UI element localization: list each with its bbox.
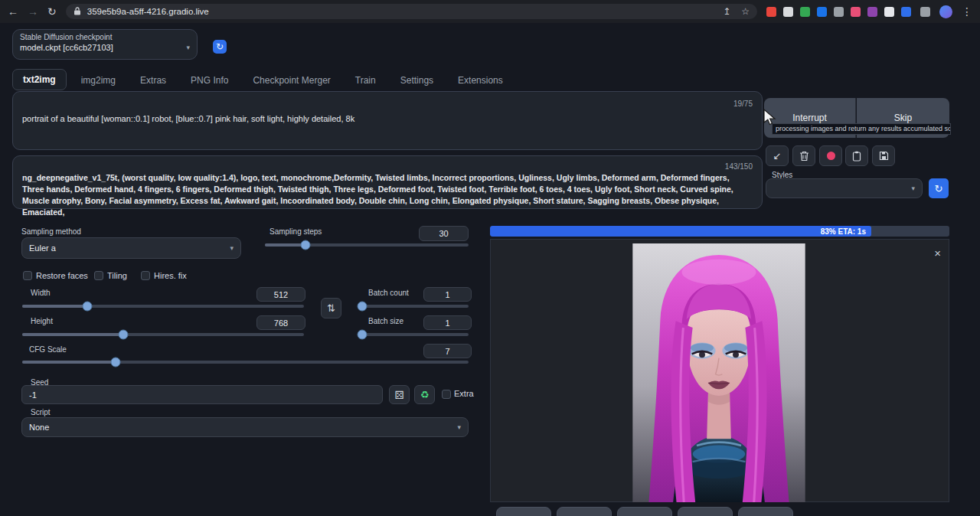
- browser-extension-icon[interactable]: [851, 7, 861, 17]
- restore-faces-label: Restore faces: [36, 271, 88, 280]
- browser-extension-icon[interactable]: [817, 7, 827, 17]
- interrupt-tooltip: processing images and return any results…: [772, 123, 951, 135]
- tab-img2img[interactable]: img2img: [71, 70, 126, 90]
- tab-txt2img[interactable]: txt2img: [12, 69, 67, 90]
- sampling-steps-label: Sampling steps: [270, 227, 322, 236]
- script-value: None: [29, 423, 49, 432]
- tab-checkpoint-merger[interactable]: Checkpoint Merger: [243, 70, 340, 90]
- checkpoint-label: Stable Diffusion checkpoint: [20, 33, 190, 41]
- batch-count-slider[interactable]: [360, 305, 469, 308]
- output-toolbar-button[interactable]: [678, 507, 733, 516]
- width-label: Width: [31, 289, 51, 297]
- generated-image[interactable]: [632, 243, 805, 502]
- chevron-down-icon: ▾: [186, 44, 190, 51]
- red-dot-icon: [827, 152, 835, 160]
- swap-dimensions-button[interactable]: ⇅: [321, 298, 341, 318]
- output-toolbar-button[interactable]: [617, 507, 672, 516]
- negative-token-counter: 143/150: [725, 162, 753, 171]
- reuse-seed-recycle-button[interactable]: ♻: [414, 385, 435, 404]
- close-preview-icon[interactable]: ×: [934, 247, 941, 259]
- browser-menu-icon[interactable]: ⋮: [962, 6, 972, 17]
- extension-icons: [766, 7, 911, 17]
- save-style-button[interactable]: [872, 145, 895, 166]
- sampling-method-value: Euler a: [29, 243, 56, 253]
- height-slider[interactable]: [22, 333, 304, 336]
- tiling-label: Tiling: [107, 271, 127, 280]
- random-seed-dice-button[interactable]: ⚄: [389, 385, 410, 404]
- tab-extensions[interactable]: Extensions: [448, 70, 513, 90]
- browser-extension-icon[interactable]: [800, 7, 810, 17]
- script-label: Script: [31, 408, 51, 416]
- prompt-textarea[interactable]: portrait of a beautiful [woman::0.1] rob…: [22, 114, 753, 123]
- sampling-steps-slider[interactable]: [265, 243, 469, 247]
- restore-faces-checkbox[interactable]: [23, 271, 32, 280]
- batch-size-slider[interactable]: [360, 333, 469, 336]
- negative-prompt-box: 143/150 ng_deepnegative_v1_75t, (worst q…: [12, 155, 763, 209]
- tiling-checkbox[interactable]: [94, 271, 103, 280]
- hires-fix-label: Hires. fix: [154, 271, 187, 280]
- sampling-steps-input[interactable]: 30: [419, 226, 469, 241]
- sampling-method-dropdown[interactable]: Euler a ▾: [21, 237, 241, 259]
- address-bar[interactable]: 359e5b9a-a5ff-4216.gradio.live ↥ ☆: [66, 4, 757, 19]
- lock-icon: [74, 5, 81, 18]
- cfg-scale-input[interactable]: 7: [423, 344, 472, 358]
- tab-train[interactable]: Train: [345, 70, 386, 90]
- forward-icon[interactable]: →: [28, 6, 38, 17]
- chevron-down-icon: ▾: [911, 185, 915, 192]
- cfg-scale-label: CFG Scale: [29, 345, 67, 354]
- seed-extra-label: Extra: [454, 389, 474, 398]
- styles-dropdown[interactable]: ▾: [766, 178, 923, 198]
- sampling-method-label: Sampling method: [21, 227, 81, 236]
- output-gallery: ×: [490, 239, 949, 502]
- height-input[interactable]: 768: [256, 315, 305, 330]
- seed-input[interactable]: -1: [21, 385, 383, 404]
- height-label: Height: [31, 317, 53, 325]
- extra-networks-button[interactable]: [819, 145, 842, 166]
- progress-fill: 83% ETA: 1s: [490, 226, 871, 237]
- tab-extras[interactable]: Extras: [130, 70, 176, 90]
- prompt-box: 19/75 portrait of a beautiful [woman::0.…: [12, 91, 763, 150]
- script-dropdown[interactable]: None ▾: [21, 417, 469, 437]
- extensions-puzzle-icon[interactable]: [920, 7, 930, 17]
- browser-extension-icon[interactable]: [884, 7, 894, 17]
- output-toolbar-button[interactable]: [557, 507, 612, 516]
- width-slider[interactable]: [22, 305, 304, 308]
- mouse-cursor: [760, 108, 779, 129]
- tab-settings[interactable]: Settings: [390, 70, 443, 90]
- negative-prompt-textarea[interactable]: ng_deepnegative_v1_75t, (worst quality, …: [22, 172, 753, 218]
- seed-extra-checkbox[interactable]: [442, 390, 451, 399]
- browser-extension-icon[interactable]: [867, 7, 877, 17]
- refresh-styles-button[interactable]: ↻: [929, 178, 949, 198]
- batch-size-label: Batch size: [368, 317, 403, 325]
- apply-styles-clipboard-button[interactable]: [845, 145, 868, 166]
- reload-icon[interactable]: ↻: [47, 6, 57, 17]
- browser-extension-icon[interactable]: [766, 7, 776, 17]
- batch-count-input[interactable]: 1: [423, 287, 472, 302]
- hires-fix-checkbox[interactable]: [141, 271, 150, 280]
- progress-text: 83% ETA: 1s: [821, 227, 866, 236]
- clear-prompt-trash-button[interactable]: [792, 145, 815, 166]
- batch-count-label: Batch count: [368, 289, 409, 297]
- browser-toolbar: ← → ↻ 359e5b9a-a5ff-4216.gradio.live ↥ ☆…: [0, 0, 980, 23]
- cfg-scale-slider[interactable]: [22, 361, 469, 364]
- prompt-token-counter: 19/75: [733, 100, 753, 108]
- paste-generation-params-button[interactable]: ↙: [766, 145, 789, 166]
- tab-png-info[interactable]: PNG Info: [181, 70, 238, 90]
- batch-size-input[interactable]: 1: [423, 315, 472, 330]
- main-tabs: txt2img img2img Extras PNG Info Checkpoi…: [12, 69, 513, 90]
- output-toolbar-button[interactable]: [496, 507, 551, 516]
- chevron-down-icon: ▾: [230, 244, 234, 252]
- output-toolbar-button[interactable]: [738, 507, 793, 516]
- profile-avatar[interactable]: [939, 5, 952, 18]
- browser-extension-icon[interactable]: [834, 7, 844, 17]
- progress-bar: 83% ETA: 1s: [490, 226, 949, 237]
- checkpoint-value: model.ckpt [cc6cb27103]: [20, 43, 113, 52]
- refresh-checkpoint-button[interactable]: ↻: [213, 40, 227, 54]
- bookmark-star-icon[interactable]: ☆: [741, 6, 750, 17]
- checkpoint-select[interactable]: Stable Diffusion checkpoint model.ckpt […: [12, 29, 198, 60]
- browser-extension-icon[interactable]: [901, 7, 911, 17]
- back-icon[interactable]: ←: [8, 6, 18, 17]
- browser-extension-icon[interactable]: [783, 7, 793, 17]
- width-input[interactable]: 512: [256, 287, 305, 302]
- share-icon[interactable]: ↥: [723, 6, 730, 17]
